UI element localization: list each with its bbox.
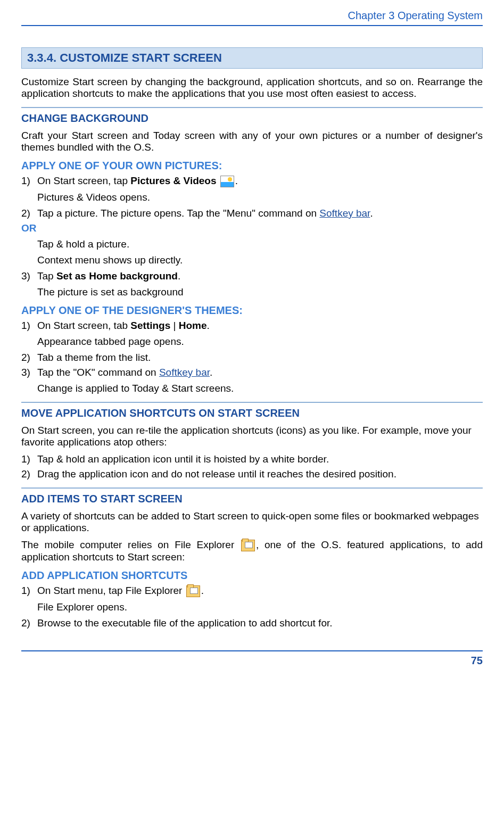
divider	[21, 488, 483, 489]
step-row: 3) Tap the "OK" command on Softkey bar.	[21, 367, 483, 378]
step-text: On Start screen, tap Pictures & Videos .	[37, 175, 483, 187]
file-explorer-icon	[186, 585, 200, 597]
step-row: 1) On Start screen, tap Pictures & Video…	[21, 175, 483, 187]
step-number: 1)	[21, 320, 37, 332]
step-number: 1)	[21, 175, 37, 187]
step-result: The picture is set as background	[21, 286, 483, 298]
step-row: 1) Tap & hold an application icon until …	[21, 453, 483, 465]
step-number: 2)	[21, 468, 37, 480]
step-text: On Start screen, tab Settings | Home.	[37, 320, 483, 332]
softkey-bar-link[interactable]: Softkey bar	[319, 208, 370, 219]
page-header: Chapter 3 Operating System	[21, 0, 483, 25]
move-shortcuts-intro: On Start screen, you can re-tile the app…	[21, 425, 483, 448]
change-background-heading: CHANGE BACKGROUND	[21, 112, 483, 125]
step-number: 2)	[21, 208, 37, 219]
or-label: OR	[21, 222, 483, 234]
add-application-shortcuts-heading: ADD APPLICATION SHORTCUTS	[21, 569, 483, 582]
move-shortcuts-heading: MOVE APPLICATION SHORTCUTS ON START SCRE…	[21, 407, 483, 419]
divider	[21, 402, 483, 403]
section-title-bar: 3.3.4. CUSTOMIZE START SCREEN	[21, 47, 483, 69]
or-line: Context menu shows up directly.	[21, 254, 483, 266]
add-items-para2: The mobile computer relies on File Explo…	[21, 539, 483, 563]
step-number: 2)	[21, 352, 37, 363]
step-number: 3)	[21, 367, 37, 378]
or-line: Tap & hold a picture.	[21, 238, 483, 250]
step-row: 2) Tap a picture. The picture opens. Tap…	[21, 208, 483, 219]
apply-own-pictures-heading: APPLY ONE OF YOUR OWN PICTURES:	[21, 160, 483, 172]
step-text: Browse to the executable file of the app…	[37, 617, 483, 629]
step-text: Tap a picture. The picture opens. Tap th…	[37, 208, 483, 219]
change-background-intro: Craft your Start screen and Today screen…	[21, 130, 483, 153]
step-text: Drag the application icon and do not rel…	[37, 468, 483, 480]
apply-designer-themes-heading: APPLY ONE OF THE DESIGNER'S THEMES:	[21, 304, 483, 317]
step-text: Tap & hold an application icon until it …	[37, 453, 483, 465]
chapter-title: Chapter 3 Operating System	[348, 10, 483, 21]
step-text: On Start menu, tap File Explorer .	[37, 585, 483, 597]
step-row: 2) Browse to the executable file of the …	[21, 617, 483, 629]
step-result: File Explorer opens.	[21, 601, 483, 613]
step-text: Tab a theme from the list.	[37, 352, 483, 363]
section-title: 3.3.4. CUSTOMIZE START SCREEN	[27, 51, 477, 65]
footer-rule	[21, 650, 483, 651]
add-items-intro: A variety of shortcuts can be added to S…	[21, 510, 483, 534]
pictures-videos-icon	[220, 176, 234, 187]
step-result: Pictures & Videos opens.	[21, 192, 483, 203]
step-number: 1)	[21, 585, 37, 597]
step-row: 1) On Start screen, tab Settings | Home.	[21, 320, 483, 332]
step-row: 3) Tap Set as Home background.	[21, 270, 483, 282]
softkey-bar-link[interactable]: Softkey bar	[159, 367, 210, 378]
step-number: 3)	[21, 270, 37, 282]
section-intro: Customize Start screen by changing the b…	[21, 76, 483, 100]
step-number: 2)	[21, 617, 37, 629]
step-result: Appearance tabbed page opens.	[21, 336, 483, 348]
step-text: Tap the "OK" command on Softkey bar.	[37, 367, 483, 378]
step-number: 1)	[21, 453, 37, 465]
page-footer: 75	[21, 655, 483, 672]
page-number: 75	[471, 655, 483, 666]
step-row: 2) Drag the application icon and do not …	[21, 468, 483, 480]
step-result: Change is applied to Today & Start scree…	[21, 383, 483, 394]
file-explorer-icon	[241, 540, 255, 551]
divider	[21, 107, 483, 108]
step-row: 1) On Start menu, tap File Explorer .	[21, 585, 483, 597]
step-row: 2) Tab a theme from the list.	[21, 352, 483, 363]
step-text: Tap Set as Home background.	[37, 270, 483, 282]
add-items-heading: ADD ITEMS TO START SCREEN	[21, 493, 483, 505]
header-rule	[21, 25, 483, 26]
